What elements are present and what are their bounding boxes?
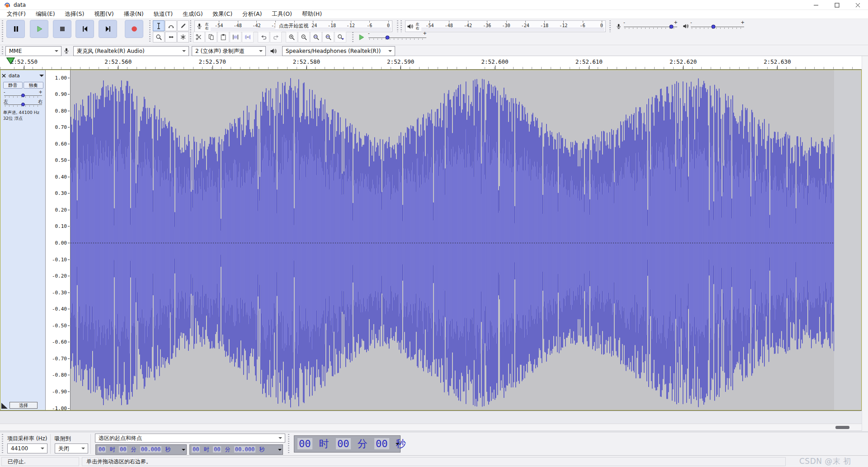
skip-to-end-button[interactable]: [99, 20, 117, 38]
play-icon: [35, 25, 43, 33]
toolbar-divider: [90, 434, 91, 454]
pencil-icon: [180, 23, 186, 29]
fit-selection-button[interactable]: [310, 32, 322, 42]
minimize-icon[interactable]: [806, 0, 826, 10]
multi-tool-button[interactable]: [177, 32, 189, 42]
playback-volume-slider[interactable]: - +: [690, 20, 745, 32]
monitor-hint[interactable]: 点击开始监视: [275, 22, 311, 29]
track-name[interactable]: data: [9, 73, 20, 79]
vertical-ruler[interactable]: 1.000.900.800.700.600.500.400.300.200.10…: [46, 70, 71, 410]
recording-channels-select[interactable]: 2 (立体声) 录制声道: [192, 46, 266, 56]
audio-host-select[interactable]: MME: [5, 46, 61, 56]
toolbar-grip[interactable]: [288, 434, 289, 454]
track-close-icon[interactable]: [2, 74, 6, 78]
field-caret-icon[interactable]: [182, 449, 185, 453]
horizontal-scrollbar[interactable]: [0, 424, 862, 431]
gain-slider[interactable]: - +: [3, 90, 43, 99]
menu-item[interactable]: 播录(N): [119, 10, 149, 18]
project-rate-select[interactable]: 44100: [7, 443, 47, 453]
timeshift-tool-button[interactable]: [165, 32, 177, 42]
recording-volume-slider[interactable]: - +: [623, 20, 678, 32]
vruler-label: 0.30: [55, 190, 70, 197]
audio-position-field[interactable]: 00 时 00 分 00 秒: [294, 435, 401, 453]
menu-item[interactable]: 视图(V): [89, 10, 118, 18]
trim-audio-button[interactable]: [230, 32, 241, 42]
menu-item[interactable]: 轨道(T): [149, 10, 178, 18]
silence-audio-button[interactable]: [242, 32, 254, 42]
zoom-out-button[interactable]: [298, 32, 310, 42]
selection-range-mode-select[interactable]: 选区的起点和终点: [95, 434, 285, 443]
toolbar-grip[interactable]: [352, 32, 354, 42]
redo-button[interactable]: [270, 32, 282, 42]
horizontal-scrollbar-thumb[interactable]: [835, 426, 849, 429]
track-after-clip[interactable]: [834, 70, 861, 410]
toolbar-grip[interactable]: [149, 20, 151, 43]
timeline-label: 2:52.580: [293, 58, 320, 65]
timeline-ruler[interactable]: 2:52.5502:52.5602:52.5702:52.5802:52.590…: [0, 56, 868, 70]
toolbar-grip[interactable]: [2, 434, 3, 454]
toolbar-grip[interactable]: [397, 20, 398, 32]
menu-item[interactable]: 编辑(E): [31, 10, 60, 18]
cut-button[interactable]: [193, 32, 205, 42]
menu-item[interactable]: 帮助(H): [297, 10, 327, 18]
zoom-toggle-button[interactable]: [335, 32, 346, 42]
playback-device-select[interactable]: Speakers/Headphones (Realtek(R)): [282, 46, 395, 56]
zoom-in-button[interactable]: [286, 32, 297, 42]
undo-button[interactable]: [258, 32, 269, 42]
slider-thumb[interactable]: [670, 25, 674, 29]
menu-item[interactable]: 效果(C): [208, 10, 237, 18]
recording-device-select[interactable]: 麦克风 (Realtek(R) Audio): [73, 46, 189, 56]
mute-button[interactable]: 静音: [3, 82, 23, 89]
toolbar-grip[interactable]: [2, 47, 3, 56]
waveform-canvas[interactable]: [71, 71, 834, 410]
envelope-tool-button[interactable]: [165, 20, 177, 31]
track-collapse-icon[interactable]: [1, 403, 8, 409]
skip-to-start-button[interactable]: [75, 20, 94, 38]
pause-button[interactable]: [6, 20, 25, 38]
track-menu-icon[interactable]: [39, 75, 44, 79]
stop-button[interactable]: [53, 20, 71, 38]
selection-end-field[interactable]: 00 时 00 分 00.000 秒: [189, 444, 283, 455]
slider-thumb[interactable]: [21, 94, 25, 97]
toolbar-grip[interactable]: [2, 20, 3, 43]
waveform-area[interactable]: [71, 70, 861, 410]
menu-item[interactable]: 文件(F): [2, 10, 31, 18]
vertical-scrollbar[interactable]: [862, 56, 868, 431]
timeline-label: 2:52.590: [387, 58, 414, 65]
toolbar-grip[interactable]: [609, 20, 611, 32]
maximize-icon[interactable]: [826, 0, 847, 10]
field-caret-icon[interactable]: [396, 443, 399, 447]
track-row: data 静音 独奏 - + 左 右 单声道, 44100 Hz 3: [0, 70, 862, 410]
close-icon[interactable]: [847, 0, 868, 10]
play-at-speed-button[interactable]: [355, 32, 367, 42]
menu-item[interactable]: 生成(G): [178, 10, 208, 18]
meter-tick: [602, 21, 602, 23]
playback-meter[interactable]: 左 右 -54-48-42-36-30-24-18-12-60: [405, 20, 606, 32]
draw-tool-button[interactable]: [177, 20, 189, 31]
menu-item[interactable]: 选择(S): [60, 10, 90, 18]
field-caret-icon[interactable]: [278, 449, 282, 453]
play-position-marker-icon[interactable]: [6, 57, 15, 64]
slider-thumb[interactable]: [712, 25, 716, 29]
copy-button[interactable]: [205, 32, 217, 42]
menu-item[interactable]: 分析(A): [237, 10, 267, 18]
recording-meter[interactable]: 左 右 点击开始监视 -54-48-42-36-30-24-18-12-60: [194, 20, 392, 32]
play-button[interactable]: [30, 20, 48, 38]
fit-project-button[interactable]: [322, 32, 334, 42]
pan-slider[interactable]: 左 右: [3, 99, 43, 108]
selection-start-field[interactable]: 00 时 00 分 00.000 秒: [95, 444, 187, 455]
record-button[interactable]: [125, 20, 143, 38]
slider-thumb[interactable]: [385, 36, 389, 40]
solo-button[interactable]: 独奏: [24, 82, 43, 89]
selection-tool-button[interactable]: [153, 20, 165, 31]
toolbar-grip[interactable]: [190, 20, 191, 43]
zoom-tool-button[interactable]: [153, 32, 165, 42]
toolbar-grip[interactable]: [401, 20, 402, 32]
play-speed-slider[interactable]: - +: [368, 31, 427, 43]
menu-item[interactable]: 工具(O): [267, 10, 297, 18]
snap-select[interactable]: 关闭: [55, 443, 88, 453]
paste-button[interactable]: [217, 32, 229, 42]
slider-thumb[interactable]: [21, 103, 25, 106]
track-select-button[interactable]: 选择: [9, 402, 38, 409]
edit-toolbar: - +: [193, 32, 427, 42]
